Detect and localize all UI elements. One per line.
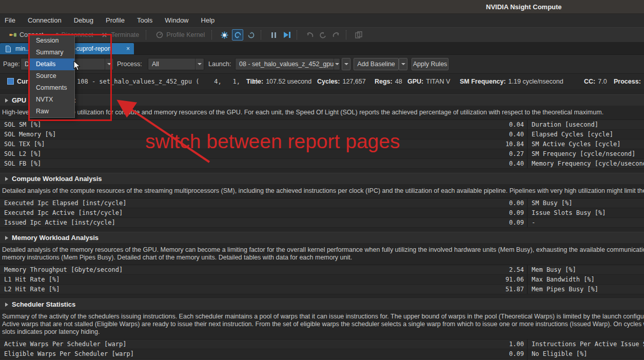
- current-kernel-indicator[interactable]: [7, 78, 14, 85]
- copy-report-button[interactable]: [353, 29, 364, 41]
- section-header[interactable]: Memory Workload Analysis: [0, 232, 644, 243]
- metric-value-cell: 51.87: [363, 285, 528, 294]
- description-line: slots indicates poor latency hiding.: [2, 328, 644, 336]
- section-title: Compute Workload Analysis: [12, 175, 102, 183]
- section-header[interactable]: Compute Workload Analysis: [0, 173, 644, 184]
- menu-window[interactable]: Window: [160, 14, 193, 27]
- toolbar-separator: [346, 30, 348, 39]
- table-row[interactable]: SOL FB [%] 0.40 Memory Frequency [cycle/…: [0, 159, 644, 169]
- table-row[interactable]: L2 Hit Rate [%] 51.87 Mem Pipes Busy [%]: [0, 285, 644, 294]
- annotation-caption: switch between report pages: [145, 130, 400, 153]
- stat-cc: CC:7.0: [584, 74, 607, 89]
- window-title: NVIDIA Nsight Compute: [486, 0, 562, 14]
- metric-name2-cell: Memory Frequency [cycle/usecond]: [528, 160, 644, 167]
- menu-profile[interactable]: Profile: [101, 14, 129, 27]
- metric-value-cell: 0.04: [363, 120, 528, 129]
- nsight-compute-window: NVIDIA Nsight Compute File Connection De…: [0, 0, 644, 360]
- description-line: memory instructions (Mem Pipes Busy). De…: [2, 254, 644, 262]
- table-row[interactable]: SOL SM [%] 0.04 Duration [usecond]: [0, 120, 644, 130]
- metric-name2-cell: SM Busy [%]: [528, 199, 644, 207]
- metric-value-cell: 91.06: [363, 275, 528, 284]
- table-row[interactable]: Active Warps Per Scheduler [warp] 1.00 I…: [0, 339, 644, 349]
- metric-name2-cell: SM Frequency [cycle/nsecond]: [528, 150, 644, 157]
- metrics-table: Executed Ipc Elapsed [inst/cycle] 0.00 S…: [0, 198, 644, 228]
- apply-rules-button[interactable]: Apply Rules: [412, 58, 448, 70]
- metric-name-cell: SOL SM [%]: [0, 121, 363, 128]
- pause-icon: [271, 32, 276, 38]
- table-row[interactable]: Issued Ipc Active [inst/cycle] 0.09 -: [0, 218, 644, 228]
- section-description: Detailed analysis of the compute resourc…: [2, 187, 644, 195]
- metric-name2-cell: Duration [usecond]: [528, 121, 644, 128]
- menu-connection[interactable]: Connection: [23, 14, 66, 27]
- metric-name-cell: Active Warps Per Scheduler [warp]: [0, 341, 363, 348]
- close-icon[interactable]: ×: [123, 45, 130, 52]
- description-line: Detailed analysis of the compute resourc…: [2, 187, 644, 195]
- expand-triangle-icon: [5, 236, 8, 240]
- metric-value-cell: 2.54: [363, 265, 528, 274]
- section-compute-workload-analysis: Compute Workload Analysis Detailed analy…: [0, 173, 644, 228]
- metric-value-cell: 0.40: [363, 159, 528, 168]
- launch-select-value: 08 - set_halo_values_z_452_gpu: [239, 61, 334, 68]
- expand-triangle-icon: [5, 177, 8, 181]
- auto-profile-toggle-button[interactable]: [232, 29, 243, 41]
- section-title: Memory Workload Analysis: [12, 234, 99, 242]
- toolbar-separator: [297, 30, 299, 39]
- metric-value-cell: 1.00: [363, 339, 528, 349]
- menubar: File Connection Debug Profile Tools Wind…: [0, 14, 644, 27]
- launch-select[interactable]: 08 - set_halo_values_z_452_gpu: [235, 58, 340, 70]
- metric-name2-cell: Issue Slots Busy [%]: [528, 209, 644, 216]
- resume-button[interactable]: [281, 29, 292, 41]
- flower-icon: [220, 31, 228, 39]
- metric-name-cell: L1 Hit Rate [%]: [0, 276, 363, 283]
- run-to-next-kernel-button[interactable]: [245, 29, 257, 41]
- menu-help[interactable]: Help: [197, 14, 220, 27]
- menu-debug[interactable]: Debug: [69, 14, 98, 27]
- table-row[interactable]: Executed Ipc Active [inst/cycle] 0.09 Is…: [0, 208, 644, 218]
- table-row[interactable]: Eligible Warps Per Scheduler [warp] 0.09…: [0, 349, 644, 359]
- description-line: Summary of the activity of the scheduler…: [2, 313, 644, 321]
- circular-arrows-icon: [233, 31, 242, 39]
- loop-icon: [319, 31, 327, 39]
- metric-name2-cell: No Eligible [%]: [528, 350, 644, 357]
- chevron-down-icon: [195, 58, 204, 70]
- metric-value-cell: 0.09: [363, 218, 528, 227]
- metric-value-cell: 0.09: [363, 349, 528, 358]
- stat-time: Time:107.52 usecond: [246, 74, 311, 89]
- process-label: Process:: [117, 55, 142, 74]
- add-baseline-button[interactable]: Add Baseline: [354, 58, 399, 70]
- metric-name-cell: Executed Ipc Elapsed [inst/cycle]: [0, 199, 363, 207]
- section-header[interactable]: Scheduler Statistics: [0, 298, 644, 310]
- stat-sm-frequency: SM Frequency:1.19 cycle/nsecond: [460, 74, 563, 89]
- toolbar-separator: [146, 30, 148, 39]
- menu-file[interactable]: File: [0, 14, 20, 27]
- titlebar: NVIDIA Nsight Compute: [0, 0, 644, 14]
- add-baseline-label: Add Baseline: [357, 61, 395, 68]
- document-icon: [4, 45, 12, 53]
- launch-options-button[interactable]: [342, 58, 350, 70]
- section-scheduler-statistics: Scheduler Statistics Summary of the acti…: [0, 298, 644, 360]
- profile-kernel-button[interactable]: Profile Kernel: [152, 29, 208, 41]
- table-row[interactable]: L1 Hit Rate [%] 91.06 Max Bandwidth [%]: [0, 275, 644, 285]
- metrics-table: Memory Throughput [Gbyte/second] 2.54 Me…: [0, 265, 644, 294]
- menu-tools[interactable]: Tools: [132, 14, 157, 27]
- metric-name2-cell: -: [528, 219, 644, 226]
- pause-button[interactable]: [268, 29, 279, 41]
- metric-name-cell: Issued Ipc Active [inst/cycle]: [0, 219, 363, 226]
- metric-name2-cell: Max Bandwidth [%]: [528, 276, 644, 283]
- add-baseline-dropdown-button[interactable]: [399, 58, 407, 70]
- profile-kernel-icon: [155, 31, 164, 39]
- profile-settings-button[interactable]: [219, 29, 230, 41]
- redo-arrow-icon: [332, 31, 340, 39]
- step-forward-button[interactable]: [330, 29, 342, 41]
- step-back-button[interactable]: [304, 29, 315, 41]
- table-row[interactable]: Executed Ipc Elapsed [inst/cycle] 0.00 S…: [0, 198, 644, 208]
- table-row[interactable]: Memory Throughput [Gbyte/second] 2.54 Me…: [0, 265, 644, 275]
- page-label: Page:: [3, 55, 20, 74]
- loop-icon-button[interactable]: [317, 29, 328, 41]
- metric-name2-cell: Mem Busy [%]: [528, 266, 644, 273]
- metric-value-cell: 0.00: [363, 198, 528, 208]
- process-select[interactable]: All: [148, 58, 204, 70]
- terminate-label: Terminate: [111, 31, 139, 38]
- step-icon: [284, 32, 290, 38]
- metric-name-cell: Executed Ipc Active [inst/cycle]: [0, 209, 363, 216]
